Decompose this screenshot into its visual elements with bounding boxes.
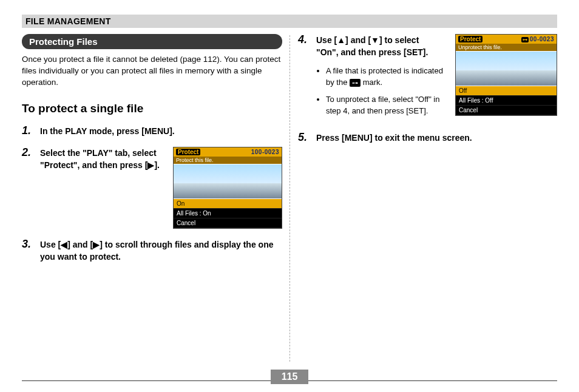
lcd-photo-preview bbox=[174, 164, 282, 199]
steps-list-left: 1. In the PLAY mode, press [MENU]. 2. Se… bbox=[22, 125, 282, 263]
lcd-subtitle: Unprotect this file. bbox=[456, 44, 557, 51]
steps-list-right: 4. Use [▲] and [▼] to select "On", and t… bbox=[298, 34, 557, 144]
step-number: 4. bbox=[298, 34, 310, 45]
intro-paragraph: Once you protect a file it cannot be del… bbox=[22, 54, 282, 89]
step-text: Press [MENU] to exit the menu screen. bbox=[316, 132, 557, 144]
section-header: FILE MANAGEMENT bbox=[22, 15, 557, 28]
lcd-file-number: 00-0023 bbox=[530, 36, 554, 42]
step-2: 2. Select the "PLAY" tab, select "Protec… bbox=[22, 147, 282, 229]
step-4: 4. Use [▲] and [▼] to select "On", and t… bbox=[298, 34, 557, 122]
bullet-protected-mark: A file that is protected is indicated by… bbox=[326, 65, 443, 89]
lcd-menu-row: Cancel bbox=[174, 218, 282, 228]
page-footer: 115 bbox=[22, 366, 557, 381]
left-column: Protecting Files Once you protect a file… bbox=[22, 34, 290, 273]
lcd-menu-row: All Files : On bbox=[174, 209, 282, 218]
step-4-bullets: A file that is protected is indicated by… bbox=[316, 65, 443, 117]
lcd-photo-preview bbox=[456, 51, 557, 86]
lcd-title: Protect bbox=[458, 36, 482, 42]
step-1: 1. In the PLAY mode, press [MENU]. bbox=[22, 125, 282, 137]
key-icon: ⊶ bbox=[521, 37, 529, 42]
two-column-layout: Protecting Files Once you protect a file… bbox=[22, 34, 557, 273]
lcd-menu-row: Cancel bbox=[456, 106, 557, 115]
camera-lcd-protect-off: Protect ⊶00-0023 Unprotect this file. Of… bbox=[455, 34, 557, 116]
subheading: To protect a single file bbox=[22, 102, 282, 115]
step-number: 2. bbox=[22, 147, 34, 158]
key-icon: ⊶ bbox=[350, 79, 361, 87]
camera-lcd-protect-on: Protect 100-0023 Protect this file. On A… bbox=[173, 147, 282, 229]
section-title-pill: Protecting Files bbox=[22, 34, 282, 49]
step-number: 5. bbox=[298, 132, 310, 143]
bullet-unprotect: To unprotect a file, select "Off" in ste… bbox=[326, 93, 443, 117]
step-5: 5. Press [MENU] to exit the menu screen. bbox=[298, 132, 557, 144]
page-number-badge: 115 bbox=[271, 370, 309, 384]
right-column: 4. Use [▲] and [▼] to select "On", and t… bbox=[290, 34, 557, 273]
lcd-menu-row: All Files : Off bbox=[456, 96, 557, 106]
step-text: Select the "PLAY" tab, select "Protect",… bbox=[40, 147, 161, 172]
lcd-subtitle: Protect this file. bbox=[174, 157, 282, 164]
step-3: 3. Use [◀] and [▶] to scroll through fil… bbox=[22, 238, 282, 263]
lcd-menu-selected: Off bbox=[456, 86, 557, 96]
step-text: Use [▲] and [▼] to select "On", and then… bbox=[316, 34, 443, 59]
lcd-menu: On All Files : On Cancel bbox=[174, 199, 282, 228]
step-text: In the PLAY mode, press [MENU]. bbox=[40, 125, 282, 137]
lcd-menu: Off All Files : Off Cancel bbox=[456, 86, 557, 115]
lcd-title: Protect bbox=[176, 149, 200, 155]
lcd-file-number: 100-0023 bbox=[251, 149, 279, 155]
step-text: Use [◀] and [▶] to scroll through files … bbox=[40, 238, 282, 263]
step-number: 3. bbox=[22, 238, 34, 249]
step-number: 1. bbox=[22, 125, 34, 136]
lcd-menu-selected: On bbox=[174, 199, 282, 209]
